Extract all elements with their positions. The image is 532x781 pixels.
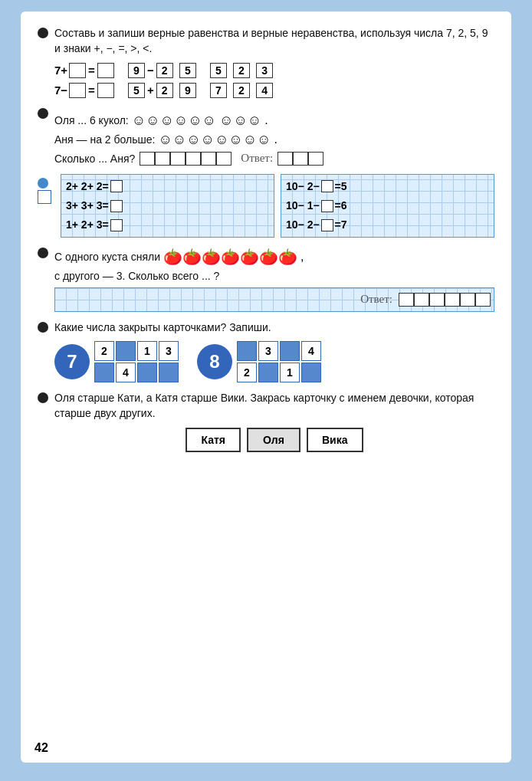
eq-2b-space — [175, 84, 178, 97]
eq-2b-c1: 5 — [128, 83, 145, 98]
answer-boxes-dolls-2 — [277, 152, 323, 166]
ans-cell-3[interactable] — [170, 152, 186, 166]
eq-2a-blank1[interactable] — [69, 83, 86, 98]
otvet-label-1: Ответ: — [241, 152, 273, 165]
eq-1a-blank1[interactable] — [69, 63, 86, 78]
checkbox-sq[interactable] — [38, 190, 51, 204]
eq-2c-c3: 4 — [256, 83, 273, 98]
names-row: Катя Оля Вика — [54, 428, 494, 452]
ml3-cell[interactable] — [110, 219, 123, 231]
eq-1c: 5 2 3 — [210, 63, 273, 78]
nc7-8[interactable] — [159, 363, 179, 382]
ml1-cell[interactable] — [110, 180, 123, 192]
nc8-5: 2 — [237, 363, 257, 382]
math-left-1: 2+ 2+ 2= — [66, 177, 269, 196]
eq-2c-c2: 2 — [233, 83, 250, 98]
nc8-1[interactable] — [237, 341, 257, 361]
ans-cell-4[interactable] — [186, 152, 201, 166]
ans-t3[interactable] — [429, 293, 445, 307]
section-tomatoes: С одного куста сняли 🍅🍅🍅🍅🍅🍅🍅 , с другого… — [38, 245, 494, 311]
bullet-3 — [38, 178, 48, 189]
section4-line2: с другого — 3. Сколько всего ... ? — [54, 268, 494, 284]
math-col-right: 10− 2− =5 10− 1− =6 10− 2− =7 — [281, 174, 494, 238]
ans-cell-7[interactable] — [277, 152, 293, 166]
eq-1c-space2 — [251, 64, 255, 77]
eq-row-1: 7+ = 9 − 2 5 5 2 — [54, 63, 494, 78]
math-right-3: 10− 2− =7 — [286, 215, 489, 235]
nc7-7[interactable] — [137, 363, 157, 382]
doll-dot-1: . — [264, 113, 268, 127]
nc8-3[interactable] — [280, 341, 300, 361]
eq-1c-c2: 2 — [233, 63, 250, 78]
section-names: Оля старше Кати, а Катя старше Вики. Зак… — [38, 390, 494, 452]
eq-2a-op: = — [88, 84, 95, 97]
doll-row-2: Аня — на 2 больше: ☺☺☺☺☺☺☺☺ . — [54, 132, 494, 148]
eq-1a: 7+ = — [54, 63, 114, 78]
ans-cell-6[interactable] — [216, 152, 232, 166]
equations-grid: 7+ = 9 − 2 5 5 2 — [54, 63, 494, 98]
ans-cell-2[interactable] — [155, 152, 170, 166]
tomato-row: С одного куста сняли 🍅🍅🍅🍅🍅🍅🍅 , — [54, 248, 494, 266]
mr3-cell[interactable] — [321, 219, 333, 231]
answer-boxes-dolls — [140, 152, 232, 166]
name-btn-katya[interactable]: Катя — [186, 428, 241, 452]
math-col-left: 2+ 2+ 2= 3+ 3+ 3= 1+ 2+ 3= — [61, 174, 274, 238]
bullet-5 — [38, 322, 48, 333]
ml2-cell[interactable] — [110, 200, 123, 212]
num-circle-7: 7 — [54, 344, 90, 379]
math-right-1: 10− 2− =5 — [286, 177, 489, 196]
math-left-3: 1+ 2+ 3= — [66, 215, 269, 235]
section5-text: Какие числа закрыты карточками? Запиши. — [54, 320, 494, 335]
ans-cell-5[interactable] — [201, 152, 216, 166]
eq-1c-c1: 5 — [210, 63, 227, 78]
ans-t2[interactable] — [414, 293, 429, 307]
section5-content: Какие числа закрыты карточками? Запиши. … — [54, 320, 494, 382]
num-grid-8: 3 4 2 1 — [237, 341, 321, 382]
numbers-covered: 7 2 1 3 4 8 — [54, 341, 494, 382]
section4-content: С одного куста сняли 🍅🍅🍅🍅🍅🍅🍅 , с другого… — [54, 245, 494, 311]
ans-cell-9[interactable] — [308, 152, 323, 166]
eq-1b: 9 − 2 5 — [128, 63, 196, 78]
nc7-4: 3 — [159, 341, 179, 361]
ans-t5[interactable] — [460, 293, 475, 307]
name-btn-vika[interactable]: Вика — [307, 428, 363, 452]
nc8-6[interactable] — [258, 363, 278, 382]
page-number: 42 — [34, 741, 48, 755]
section2-line2: Аня — на 2 больше: — [54, 132, 155, 147]
num-group-8: 8 3 4 2 1 — [197, 341, 321, 382]
doll-more-1: ☺☺☺ — [219, 113, 261, 129]
ans-t6[interactable] — [475, 293, 491, 307]
nc7-5[interactable] — [94, 363, 114, 382]
ans-t4[interactable] — [445, 293, 460, 307]
eq-1a-text: 7+ — [54, 64, 67, 77]
eq-1c-space — [228, 64, 232, 77]
eq-1b-c2: 2 — [156, 63, 173, 78]
nc8-7: 1 — [280, 363, 300, 382]
eq-2c-space — [228, 84, 232, 97]
nc8-8[interactable] — [301, 363, 321, 382]
page: Составь и запиши верные равенства и верн… — [21, 11, 511, 763]
eq-2a-blank2[interactable] — [97, 83, 114, 98]
eq-1b-op: − — [147, 64, 154, 77]
section2-line3: Сколько ... Аня? — [54, 151, 135, 166]
eq-2b-c3: 9 — [179, 83, 196, 98]
ans-cell-8[interactable] — [293, 152, 308, 166]
mr1-cell[interactable] — [321, 180, 333, 192]
nc8-4: 4 — [301, 341, 321, 361]
section-covered: Какие числа закрыты карточками? Запиши. … — [38, 320, 494, 382]
eq-1b-space — [175, 64, 178, 77]
mr2-cell[interactable] — [321, 200, 333, 212]
section4-line1: С одного куста сняли — [54, 249, 160, 264]
eq-1a-blank2[interactable] — [97, 63, 114, 78]
nc7-2[interactable] — [116, 341, 136, 361]
bullet-6 — [38, 392, 48, 403]
eq-row-2: 7− = 5 + 2 9 7 2 — [54, 83, 494, 98]
ans-cell-1[interactable] — [140, 152, 155, 166]
doll-dot-2: . — [274, 133, 277, 146]
eq-2c-c1: 7 — [210, 83, 227, 98]
math-right-2: 10− 1− =6 — [286, 196, 489, 215]
num-circle-8: 8 — [197, 344, 232, 379]
ans-t1[interactable] — [399, 293, 414, 307]
name-btn-olya[interactable]: Оля — [247, 428, 300, 452]
eq-2b: 5 + 2 9 — [128, 83, 196, 98]
